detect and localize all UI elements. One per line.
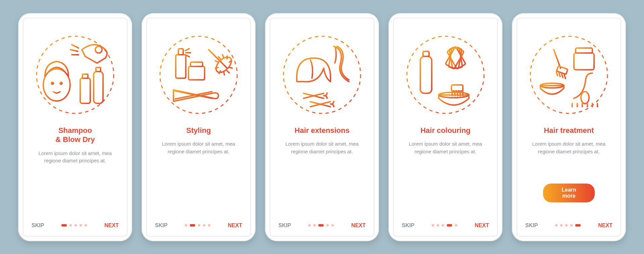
page-dot[interactable] [198, 224, 200, 226]
page-dot[interactable] [185, 224, 187, 226]
page-dot[interactable] [437, 224, 439, 226]
svg-rect-11 [178, 49, 183, 55]
next-button[interactable]: NEXT [104, 222, 119, 228]
phone-frame: Shampoo & Blow Dry Lorem ipsum dolor sit… [18, 13, 132, 241]
svg-rect-12 [189, 66, 205, 80]
page-dots [308, 224, 334, 226]
page-dot[interactable] [318, 224, 324, 226]
page-dots [432, 224, 457, 226]
page-dot[interactable] [79, 224, 82, 226]
page-dot[interactable] [575, 224, 581, 226]
svg-rect-27 [576, 48, 592, 53]
page-dots [555, 224, 581, 226]
page-dot[interactable] [326, 224, 329, 226]
next-button[interactable]: NEXT [475, 222, 489, 228]
page-dot[interactable] [442, 224, 444, 226]
onboarding-screen: Hair treatment Lorem ipsum dolor sit ame… [517, 18, 621, 237]
onboarding-nav: SKIP NEXT [525, 222, 612, 228]
page-dots [61, 224, 87, 226]
svg-rect-18 [423, 51, 429, 56]
onboarding-screen: Styling Lorem ipsum dolor sit amet, mea … [146, 18, 251, 237]
svg-point-1 [95, 46, 102, 53]
svg-rect-17 [420, 56, 432, 93]
page-dot[interactable] [61, 224, 67, 226]
onboarding-nav: SKIP NEXT [32, 222, 119, 228]
onboarding-nav: SKIP NEXT [402, 222, 489, 228]
svg-rect-10 [176, 55, 186, 78]
skip-button[interactable]: SKIP [155, 222, 167, 228]
screen-title: Hair colouring [420, 126, 470, 135]
page-dot[interactable] [313, 224, 316, 226]
onboarding-screen: Hair colouring Lorem ipsum dolor sit ame… [393, 18, 498, 237]
page-dot[interactable] [432, 224, 434, 226]
hair-extensions-icon [278, 31, 366, 118]
svg-rect-26 [574, 53, 594, 70]
learn-more-button[interactable]: Learn more [543, 184, 595, 202]
page-dot[interactable] [308, 224, 311, 226]
skip-button[interactable]: SKIP [278, 222, 291, 228]
onboarding-screen: Hair extensions Lorem ipsum dolor sit am… [270, 18, 374, 237]
skip-button[interactable]: SKIP [32, 222, 44, 228]
page-dot[interactable] [203, 224, 205, 226]
svg-point-25 [530, 36, 607, 113]
svg-rect-5 [80, 78, 90, 103]
styling-icon [155, 31, 242, 118]
screen-title: Hair extensions [294, 126, 350, 135]
hair-colouring-icon [402, 31, 489, 118]
page-dot[interactable] [69, 224, 72, 226]
svg-point-15 [283, 36, 361, 113]
svg-rect-13 [191, 62, 203, 66]
shampoo-blow-dry-icon [32, 31, 119, 118]
skip-button[interactable]: SKIP [402, 222, 414, 228]
phone-frame: Hair extensions Lorem ipsum dolor sit am… [265, 13, 379, 241]
phone-frame: Hair treatment Lorem ipsum dolor sit ame… [512, 13, 626, 241]
screen-description: Lorem ipsum dolor sit amet, mea regione … [527, 140, 611, 155]
svg-rect-6 [83, 74, 88, 78]
screen-title: Styling [186, 126, 211, 135]
phone-frame: Styling Lorem ipsum dolor sit amet, mea … [142, 13, 256, 241]
svg-point-30 [581, 92, 589, 104]
screen-title: Shampoo & Blow Dry [55, 126, 95, 144]
page-dot[interactable] [74, 224, 77, 226]
skip-button[interactable]: SKIP [525, 222, 538, 228]
svg-rect-7 [94, 71, 103, 103]
svg-rect-23 [451, 85, 463, 91]
page-dot[interactable] [455, 224, 457, 226]
page-dot[interactable] [565, 224, 568, 226]
page-dots [185, 224, 210, 226]
screen-title: Hair treatment [544, 126, 594, 135]
page-dot[interactable] [447, 224, 452, 226]
onboarding-nav: SKIP NEXT [155, 222, 242, 228]
page-dot[interactable] [555, 224, 557, 226]
page-dot[interactable] [570, 224, 573, 226]
hair-treatment-icon [525, 31, 612, 118]
page-dot[interactable] [190, 224, 195, 226]
page-dot[interactable] [85, 224, 87, 226]
screen-description: Lorem ipsum dolor sit amet, mea regione … [404, 140, 487, 155]
page-dot[interactable] [208, 224, 210, 226]
screen-description: Lorem ipsum dolor sit amet, mea regione … [33, 150, 117, 165]
onboarding-screen: Shampoo & Blow Dry Lorem ipsum dolor sit… [23, 18, 127, 237]
screen-description: Lorem ipsum dolor sit amet, mea regione … [157, 140, 240, 155]
page-dot[interactable] [331, 224, 334, 226]
svg-rect-28 [556, 66, 568, 74]
svg-point-3 [51, 82, 53, 84]
svg-point-4 [60, 82, 62, 84]
next-button[interactable]: NEXT [228, 222, 242, 228]
next-button[interactable]: NEXT [598, 222, 612, 228]
svg-point-16 [407, 36, 484, 113]
screen-description: Lorem ipsum dolor sit amet, mea regione … [280, 140, 364, 155]
svg-rect-8 [96, 67, 101, 71]
svg-point-9 [160, 36, 237, 113]
phone-frame: Hair colouring Lorem ipsum dolor sit ame… [388, 13, 502, 241]
next-button[interactable]: NEXT [351, 222, 366, 228]
onboarding-nav: SKIP NEXT [278, 222, 366, 228]
page-dot[interactable] [560, 224, 562, 226]
